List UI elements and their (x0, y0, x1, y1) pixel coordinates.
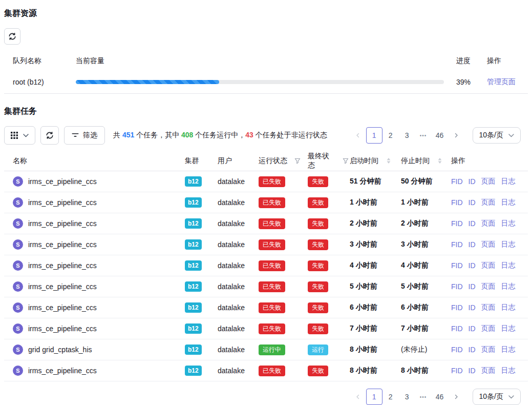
action-link-log[interactable]: 日志 (501, 240, 516, 249)
col-header-stop-time: 停止时间 (400, 156, 450, 166)
task-actions: FIDID页面日志 (450, 219, 528, 228)
action-link-id[interactable]: ID (469, 240, 476, 249)
action-link-page[interactable]: 页面 (481, 240, 496, 249)
action-link-fid[interactable]: FID (451, 240, 463, 249)
action-link-id[interactable]: ID (469, 198, 476, 207)
start-time: 5 小时前 (350, 282, 377, 291)
pagination-next[interactable] (448, 389, 464, 405)
filter-button[interactable]: 筛选 (64, 126, 105, 145)
action-link-log[interactable]: 日志 (501, 261, 516, 270)
pagination-page-3[interactable]: 3 (399, 127, 415, 144)
page-size-value: 10条/页 (479, 131, 503, 140)
run-status-badge: 已失败 (259, 323, 285, 334)
stop-time: 8 小时前 (401, 366, 429, 375)
tasks-refresh-button[interactable] (40, 126, 59, 145)
queue-name: root (b12) (4, 78, 76, 86)
action-link-id[interactable]: ID (469, 282, 476, 291)
task-avatar: S (13, 197, 23, 208)
action-link-page[interactable]: 页面 (481, 366, 496, 375)
action-link-log[interactable]: 日志 (501, 303, 516, 312)
page-size-select[interactable]: 10条/页 (473, 389, 521, 405)
action-link-id[interactable]: ID (469, 325, 476, 333)
final-status-badge: 失败 (308, 218, 328, 229)
pagination-page-1[interactable]: 1 (366, 127, 382, 144)
action-link-id[interactable]: ID (469, 303, 476, 312)
action-link-id[interactable]: ID (469, 219, 476, 228)
action-link-log[interactable]: 日志 (501, 345, 516, 354)
start-time: 8 小时前 (350, 366, 377, 375)
final-status-badge: 失败 (308, 323, 328, 334)
cluster-badge: b12 (185, 366, 202, 376)
chevron-down-icon (508, 134, 514, 137)
action-link-id[interactable]: ID (469, 177, 476, 186)
pagination-page-46[interactable]: 46 (432, 389, 448, 405)
action-link-page[interactable]: 页面 (481, 345, 496, 354)
action-link-id[interactable]: ID (469, 261, 476, 270)
action-link-page[interactable]: 页面 (481, 177, 496, 186)
pagination-ellipsis[interactable]: ••• (415, 127, 432, 144)
filter-funnel-icon[interactable] (343, 158, 349, 164)
task-avatar: S (13, 218, 23, 229)
action-link-page[interactable]: 页面 (481, 324, 496, 333)
action-link-id[interactable]: ID (469, 346, 476, 354)
pagination-page-2[interactable]: 2 (382, 389, 399, 405)
action-link-fid[interactable]: FID (451, 325, 463, 333)
sort-carets-icon[interactable] (387, 158, 391, 164)
task-name: irms_ce_pipeline_ccs (28, 303, 97, 312)
task-user: datalake (214, 346, 254, 354)
task-actions: FIDID页面日志 (450, 261, 528, 270)
manage-page-link[interactable]: 管理页面 (487, 77, 516, 86)
sort-carets-icon[interactable] (438, 158, 442, 164)
action-link-log[interactable]: 日志 (501, 366, 516, 375)
task-name: irms_ce_pipeline_ccs (28, 367, 97, 375)
action-link-fid[interactable]: FID (451, 346, 463, 354)
filter-funnel-icon[interactable] (294, 158, 301, 164)
page-size-value: 10条/页 (479, 392, 503, 401)
pagination-prev[interactable] (350, 389, 366, 405)
action-link-log[interactable]: 日志 (501, 198, 516, 207)
pagination-page-2[interactable]: 2 (382, 127, 399, 144)
pagination-next[interactable] (448, 127, 464, 144)
pagination-page-1[interactable]: 1 (366, 389, 382, 405)
progress-percent: 39% (456, 78, 487, 86)
action-link-fid[interactable]: FID (451, 219, 463, 228)
action-link-fid[interactable]: FID (451, 282, 463, 291)
task-name: irms_ce_pipeline_ccs (28, 177, 97, 186)
action-link-fid[interactable]: FID (451, 198, 463, 207)
column-settings-button[interactable] (4, 126, 35, 145)
action-link-page[interactable]: 页面 (481, 219, 496, 228)
action-link-fid[interactable]: FID (451, 303, 463, 312)
pagination-page-3[interactable]: 3 (399, 389, 415, 405)
action-link-fid[interactable]: FID (451, 367, 463, 375)
run-status-badge: 运行中 (259, 345, 285, 355)
action-link-log[interactable]: 日志 (501, 324, 516, 333)
task-avatar: S (13, 239, 23, 250)
task-user: datalake (214, 325, 254, 333)
action-link-log[interactable]: 日志 (501, 177, 516, 186)
action-link-log[interactable]: 日志 (501, 282, 516, 291)
task-row: S irms_ce_pipeline_ccs b12 datalake 已失败 … (4, 192, 528, 213)
pagination-prev[interactable] (350, 127, 366, 144)
task-user: datalake (214, 177, 254, 186)
task-name: irms_ce_pipeline_ccs (28, 261, 97, 270)
col-header-actions: 操作 (450, 156, 528, 166)
task-user: datalake (214, 219, 254, 228)
tasks-table: 名称 集群 用户 运行状态 最终状态 启动时间 (4, 151, 528, 381)
action-link-fid[interactable]: FID (451, 261, 463, 270)
pagination-ellipsis[interactable]: ••• (415, 389, 432, 405)
cluster-badge: b12 (185, 260, 202, 271)
page: 集群资源 队列名称 当前容量 进度 操作 root (b12) 39% (0, 0, 532, 405)
action-link-fid[interactable]: FID (451, 177, 463, 186)
start-time: 6 小时前 (350, 303, 377, 312)
action-link-page[interactable]: 页面 (481, 198, 496, 207)
action-link-page[interactable]: 页面 (481, 282, 496, 291)
action-link-id[interactable]: ID (469, 367, 476, 375)
action-link-log[interactable]: 日志 (501, 219, 516, 228)
action-link-page[interactable]: 页面 (481, 303, 496, 312)
task-user: datalake (214, 282, 254, 291)
resources-refresh-button[interactable] (4, 28, 20, 45)
action-link-page[interactable]: 页面 (481, 261, 496, 270)
final-status-badge: 运行 (308, 345, 328, 355)
pagination-page-46[interactable]: 46 (432, 127, 448, 144)
page-size-select[interactable]: 10条/页 (473, 127, 521, 144)
